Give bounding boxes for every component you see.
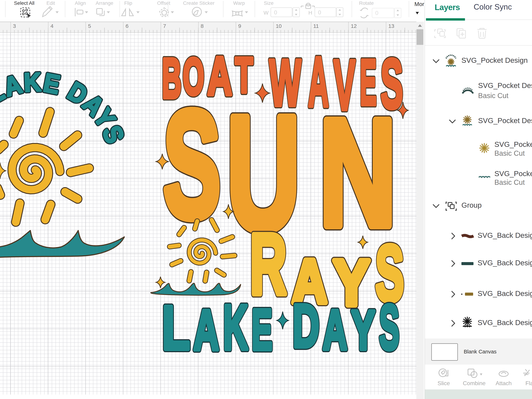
svg-text:A: A	[323, 298, 347, 361]
svg-text:S: S	[379, 292, 399, 363]
svg-text:Y: Y	[351, 299, 375, 361]
svg-text:L: L	[162, 293, 190, 362]
svg-text:LAKE DAYS: LAKE DAYS	[0, 67, 130, 148]
svg-text:K: K	[223, 292, 248, 363]
svg-text:D: D	[293, 292, 319, 360]
svg-text:E: E	[252, 298, 272, 362]
svg-text:A: A	[193, 298, 219, 362]
